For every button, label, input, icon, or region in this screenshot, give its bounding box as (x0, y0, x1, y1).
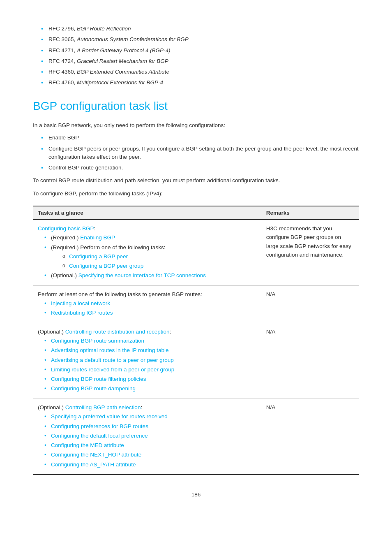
path-selection-list: Specifying a preferred value for routes … (44, 412, 256, 469)
sub-item-med-attribute: Configuring the MED attribute (44, 441, 256, 450)
task-cell-basic-bgp: Configuring basic BGP: (Required.) Enabl… (33, 220, 261, 285)
generate-routes-intro: Perform at least one of the following ta… (38, 291, 202, 297)
sub-item-limiting-routes: Limiting routes received from a peer or … (44, 366, 256, 374)
link-configuring-preferences[interactable]: Configuring preferences for BGP routes (51, 423, 148, 429)
link-specifying-preferred[interactable]: Specifying a preferred value for routes … (51, 413, 168, 419)
basic-item-3: Control BGP route generation. (41, 164, 359, 172)
link-bgp-summarization[interactable]: Configuring BGP route summarization (51, 338, 144, 344)
sub-item-redistributing-igp: Redistributing IGP routes (44, 309, 256, 317)
task-cell-generate-routes: Perform at least one of the following ta… (33, 285, 261, 323)
rfc-item-2: RFC 3065, Autonomous System Confederatio… (41, 35, 359, 44)
circle-sublist: Configuring a BGP peer Configuring a BGP… (62, 253, 256, 271)
sub-item-enabling-bgp: (Required.) Enabling BGP (44, 234, 256, 242)
rfc-item-4: RFC 4724, Graceful Restart Mechanism for… (41, 57, 359, 65)
link-limiting-routes[interactable]: Limiting routes received from a peer or … (51, 366, 174, 373)
rfc-item-3: RFC 4271, A Border Gateway Protocol 4 (B… (41, 46, 359, 55)
page-number: 186 (33, 491, 359, 498)
table-row-path-selection: (Optional.) Controlling BGP path selecti… (33, 399, 359, 475)
sub-item-bgp-filtering: Configuring BGP route filtering policies (44, 375, 256, 383)
rfc-item-6: RFC 4760, Multiprotocol Extensions for B… (41, 79, 359, 87)
table-row-route-distribution: (Optional.) Controlling route distributi… (33, 323, 359, 399)
remarks-cell-generate-routes: N/A (261, 285, 359, 323)
intro-paragraph-1: In a basic BGP network, you only need to… (33, 121, 359, 130)
link-configuring-bgp-peer[interactable]: Configuring a BGP peer (69, 253, 128, 260)
circle-item-bgp-peer: Configuring a BGP peer (62, 253, 256, 261)
link-aspath-attribute[interactable]: Configuring the AS_PATH attribute (51, 461, 136, 468)
link-med-attribute[interactable]: Configuring the MED attribute (51, 442, 124, 448)
link-controlling-bgp-path[interactable]: Controlling BGP path selection (65, 404, 141, 410)
link-bgp-dampening[interactable]: Configuring BGP route dampening (51, 385, 136, 392)
basic-bgp-sublist: (Required.) Enabling BGP (Required.) Per… (44, 234, 256, 280)
sub-item-bgp-dampening: Configuring BGP route dampening (44, 385, 256, 393)
sub-item-default-local-preference: Configuring the default local preference (44, 432, 256, 440)
sub-item-nexthop-attribute: Configuring the NEXT_HOP attribute (44, 451, 256, 459)
remarks-cell-basic-bgp: H3C recommends that you configure BGP pe… (261, 220, 359, 285)
link-bgp-filtering[interactable]: Configuring BGP route filtering policies (51, 376, 146, 382)
link-configuring-bgp-peer-group[interactable]: Configuring a BGP peer group (69, 263, 143, 269)
link-source-interface[interactable]: Specifying the source interface for TCP … (78, 272, 206, 278)
intro-paragraph-2: To control BGP route distribution and pa… (33, 176, 359, 185)
table-row-generate-routes: Perform at least one of the following ta… (33, 285, 359, 323)
rfc-list: RFC 2796, BGP Route Reflection RFC 3065,… (41, 25, 359, 87)
sub-item-specifying-preferred: Specifying a preferred value for routes … (44, 412, 256, 421)
basic-item-1: Enable BGP. (41, 134, 359, 142)
link-redistributing-igp[interactable]: Redistributing IGP routes (51, 310, 113, 316)
task-cell-route-distribution: (Optional.) Controlling route distributi… (33, 323, 261, 399)
route-distribution-list: Configuring BGP route summarization Adve… (44, 337, 256, 393)
link-inject-local[interactable]: Injecting a local network (51, 300, 110, 306)
link-configuring-basic-bgp[interactable]: Configuring basic BGP (38, 225, 94, 232)
col-header-remarks: Remarks (261, 206, 359, 220)
sub-item-advertising-default: Advertising a default route to a peer or… (44, 356, 256, 364)
sub-item-optional-source-interface: (Optional.) Specifying the source interf… (44, 271, 256, 280)
link-advertising-optimal[interactable]: Advertising optimal routes in the IP rou… (51, 347, 168, 353)
link-advertising-default[interactable]: Advertising a default route to a peer or… (51, 357, 174, 363)
intro-paragraph-3: To configure BGP, perform the following … (33, 189, 359, 198)
task-cell-path-selection: (Optional.) Controlling BGP path selecti… (33, 399, 261, 475)
link-nexthop-attribute[interactable]: Configuring the NEXT_HOP attribute (51, 452, 141, 458)
sub-item-bgp-summarization: Configuring BGP route summarization (44, 337, 256, 345)
sub-item-advertising-optimal: Advertising optimal routes in the IP rou… (44, 346, 256, 355)
section-heading: BGP configuration task list (33, 99, 359, 114)
task-table: Tasks at a glance Remarks Configuring ba… (33, 206, 359, 475)
generate-routes-list: Injecting a local network Redistributing… (44, 299, 256, 317)
table-row-basic-bgp: Configuring basic BGP: (Required.) Enabl… (33, 220, 359, 285)
basic-config-list: Enable BGP. Configure BGP peers or peer … (41, 134, 359, 172)
sub-item-inject-local: Injecting a local network (44, 299, 256, 308)
basic-item-2: Configure BGP peers or peer groups. If y… (41, 145, 359, 162)
sub-item-aspath-attribute: Configuring the AS_PATH attribute (44, 461, 256, 469)
link-controlling-route-distribution[interactable]: Controlling route distribution and recep… (65, 329, 170, 335)
remarks-cell-path-selection: N/A (261, 399, 359, 475)
link-enabling-bgp[interactable]: Enabling BGP (80, 234, 115, 241)
rfc-item-5: RFC 4360, BGP Extended Communities Attri… (41, 68, 359, 76)
rfc-item-1: RFC 2796, BGP Route Reflection (41, 25, 359, 33)
remarks-cell-route-distribution: N/A (261, 323, 359, 399)
table-header-row: Tasks at a glance Remarks (33, 206, 359, 220)
sub-item-perform-following: (Required.) Perform one of the following… (44, 243, 256, 271)
circle-item-bgp-peer-group: Configuring a BGP peer group (62, 262, 256, 270)
link-default-local-preference[interactable]: Configuring the default local preference (51, 433, 148, 439)
sub-item-configuring-preferences: Configuring preferences for BGP routes (44, 422, 256, 431)
col-header-tasks: Tasks at a glance (33, 206, 261, 220)
